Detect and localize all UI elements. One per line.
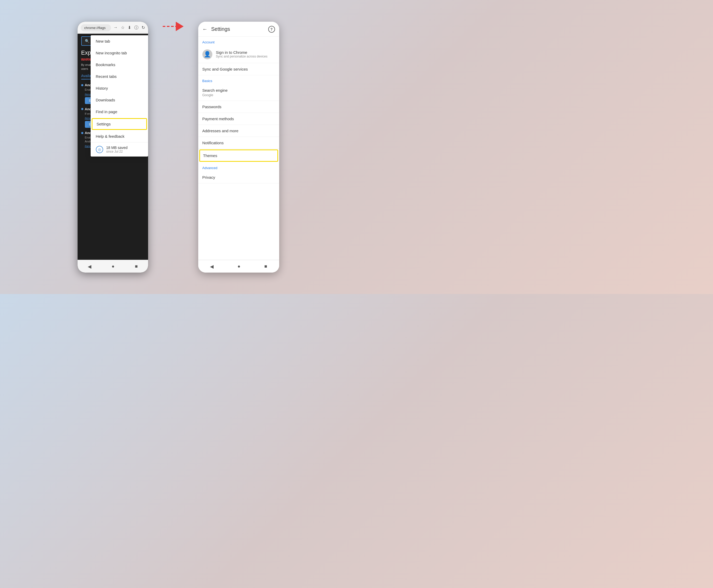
menu-item-new-tab[interactable]: New tab — [91, 35, 148, 47]
dropdown-savings: ◎ 18 MB saved since Jul 22 — [91, 142, 148, 156]
themes-title: Themes — [203, 153, 274, 158]
notifications-title: Notifications — [202, 141, 275, 145]
savings-amount: 18 MB saved — [106, 146, 128, 150]
sync-title: Sync and Google services — [202, 67, 275, 71]
settings-header: ← Settings ? — [198, 22, 279, 37]
advanced-section-label: Advanced — [198, 162, 279, 171]
help-icon[interactable]: ? — [268, 26, 275, 33]
settings-item-search-engine[interactable]: Search engine Google — [198, 84, 279, 101]
passwords-title: Passwords — [202, 105, 275, 109]
star-icon[interactable]: ☆ — [121, 25, 125, 30]
settings-item-payment[interactable]: Payment methods — [198, 113, 279, 125]
savings-texts: 18 MB saved since Jul 22 — [106, 146, 128, 153]
settings-title: Settings — [211, 26, 230, 32]
reload-icon[interactable]: ↻ — [142, 25, 145, 30]
left-nav-back-icon[interactable]: ◀ — [88, 264, 91, 269]
arrow-container — [157, 22, 189, 31]
settings-item-privacy[interactable]: Privacy — [198, 171, 279, 184]
menu-item-history[interactable]: History — [91, 82, 148, 94]
forward-icon[interactable]: → — [114, 25, 118, 30]
menu-item-bookmarks[interactable]: Bookmarks — [91, 59, 148, 70]
signin-texts: Sign in to Chrome Sync and personalize a… — [216, 50, 267, 58]
phone-left: chrome://flags → ☆ ⬇ ⓘ ↻ 🔍 Search flags … — [78, 22, 148, 273]
menu-item-find-in-page[interactable]: Find in page — [91, 106, 148, 118]
left-nav-home-icon[interactable]: ● — [112, 264, 115, 269]
settings-item-passwords[interactable]: Passwords — [198, 101, 279, 113]
settings-body[interactable]: Account 👤 Sign in to Chrome Sync and per… — [198, 37, 279, 260]
toolbar-icons: → ☆ ⬇ ⓘ ↻ — [114, 25, 145, 30]
menu-item-settings[interactable]: Settings — [92, 118, 147, 130]
settings-item-notifications[interactable]: Notifications — [198, 137, 279, 149]
settings-item-addresses[interactable]: Addresses and more — [198, 125, 279, 137]
menu-item-downloads[interactable]: Downloads — [91, 94, 148, 106]
right-nav-bar: ◀ ● ■ — [198, 260, 279, 273]
right-nav-square-icon[interactable]: ■ — [264, 264, 267, 269]
privacy-title: Privacy — [202, 175, 275, 180]
settings-back-icon[interactable]: ← — [202, 26, 208, 32]
avatar-icon: 👤 — [204, 51, 211, 58]
signin-sub: Sync and personalize across devices — [216, 55, 267, 58]
right-nav-home-icon[interactable]: ● — [238, 264, 240, 269]
payment-title: Payment methods — [202, 117, 275, 121]
address-bar[interactable]: chrome://flags — [81, 24, 111, 31]
menu-item-recent-tabs[interactable]: Recent tabs — [91, 70, 148, 82]
dropdown-menu: New tab New incognito tab Bookmarks Rece… — [91, 35, 148, 156]
menu-item-help[interactable]: Help & feedback — [91, 130, 148, 142]
chrome-toolbar: chrome://flags → ☆ ⬇ ⓘ ↻ — [78, 22, 148, 34]
download-icon[interactable]: ⬇ — [128, 25, 131, 30]
settings-header-left: ← Settings — [202, 26, 230, 32]
addresses-title: Addresses and more — [202, 129, 275, 133]
arrow-head — [176, 22, 183, 31]
arrow-dashed-line — [163, 26, 176, 27]
search-engine-title: Search engine — [202, 88, 275, 92]
left-nav-square-icon[interactable]: ■ — [135, 264, 138, 269]
flag-dot-2 — [81, 108, 83, 110]
right-nav-back-icon[interactable]: ◀ — [210, 264, 214, 269]
main-container: chrome://flags → ☆ ⬇ ⓘ ↻ 🔍 Search flags … — [72, 17, 284, 278]
left-nav-bar: ◀ ● ■ — [78, 260, 148, 273]
savings-since: since Jul 22 — [106, 150, 128, 153]
search-engine-sub: Google — [202, 93, 275, 97]
menu-item-incognito[interactable]: New incognito tab — [91, 47, 148, 59]
avatar: 👤 — [202, 49, 212, 59]
flag-dot-1 — [81, 84, 83, 86]
phone-right: ← Settings ? Account 👤 Sign in to Chrome… — [198, 22, 279, 273]
settings-signin-row[interactable]: 👤 Sign in to Chrome Sync and personalize… — [198, 46, 279, 63]
arrow-visual — [163, 22, 183, 31]
savings-icon: ◎ — [96, 146, 103, 153]
flag-dot-3 — [81, 132, 83, 134]
search-icon: 🔍 — [85, 39, 89, 43]
info-icon[interactable]: ⓘ — [134, 25, 138, 30]
basics-section-label: Basics — [198, 75, 279, 84]
settings-item-sync[interactable]: Sync and Google services — [198, 63, 279, 75]
settings-item-themes[interactable]: Themes — [199, 149, 278, 162]
signin-title: Sign in to Chrome — [216, 50, 267, 55]
account-section-label: Account — [198, 37, 279, 46]
